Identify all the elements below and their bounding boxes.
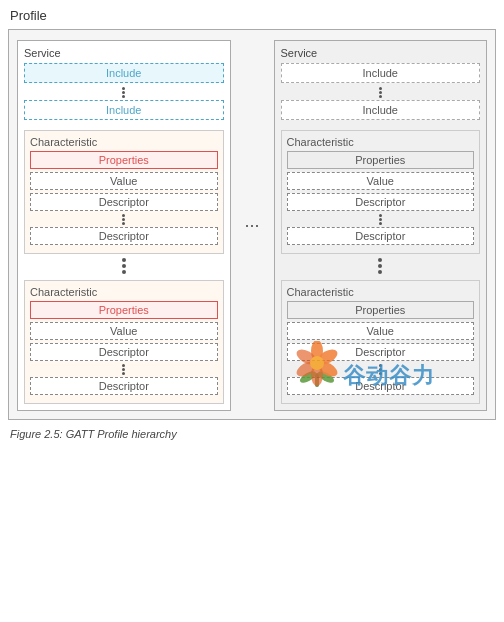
right-char-1-value: Value: [287, 172, 475, 190]
right-include-1: Include: [281, 63, 481, 83]
watermark-text: 谷动谷力: [343, 361, 435, 391]
right-char-1-descriptor2: Descriptor: [287, 227, 475, 245]
right-between-chars-dots: [281, 258, 481, 274]
left-char-2-descriptor1: Descriptor: [30, 343, 218, 361]
left-char-1: Characteristic Properties Value Descript…: [24, 130, 224, 254]
left-char-2-properties: Properties: [30, 301, 218, 319]
left-char-2: Characteristic Properties Value Descript…: [24, 280, 224, 404]
left-char-1-label: Characteristic: [30, 136, 218, 148]
left-between-chars-dots: [24, 258, 224, 274]
figure-caption: Figure 2.5: GATT Profile hierarchy: [8, 428, 496, 440]
watermark-area: 谷动谷力: [295, 341, 435, 391]
left-char-1-descriptor2: Descriptor: [30, 227, 218, 245]
right-char-1-label: Characteristic: [287, 136, 475, 148]
right-char-2-properties: Properties: [287, 301, 475, 319]
right-char-2-value: Value: [287, 322, 475, 340]
left-char-1-descriptor1: Descriptor: [30, 193, 218, 211]
page-title: Profile: [8, 8, 496, 23]
left-char-1-value: Value: [30, 172, 218, 190]
right-char-1: Characteristic Properties Value Descript…: [281, 130, 481, 254]
right-char-1-descriptor1: Descriptor: [287, 193, 475, 211]
outer-box: Service Include Include Characteristic P…: [8, 29, 496, 420]
left-service-label: Service: [24, 47, 224, 59]
left-char-1-dots: [30, 214, 218, 225]
right-char-2-label: Characteristic: [287, 286, 475, 298]
right-service-label: Service: [281, 47, 481, 59]
left-char-2-value: Value: [30, 322, 218, 340]
right-char-1-properties: Properties: [287, 151, 475, 169]
right-char-1-dots: [287, 214, 475, 225]
right-include-2: Include: [281, 100, 481, 120]
left-char-1-properties: Properties: [30, 151, 218, 169]
middle-dots: ···: [241, 215, 264, 236]
left-include-dots: [24, 87, 224, 98]
left-service-col: Service Include Include Characteristic P…: [17, 40, 231, 411]
logo-flower-icon: [295, 341, 339, 391]
left-char-2-descriptor2: Descriptor: [30, 377, 218, 395]
right-include-dots: [281, 87, 481, 98]
left-include-2: Include: [24, 100, 224, 120]
left-include-1: Include: [24, 63, 224, 83]
left-char-2-dots: [30, 364, 218, 375]
svg-point-9: [310, 356, 324, 370]
left-char-2-label: Characteristic: [30, 286, 218, 298]
